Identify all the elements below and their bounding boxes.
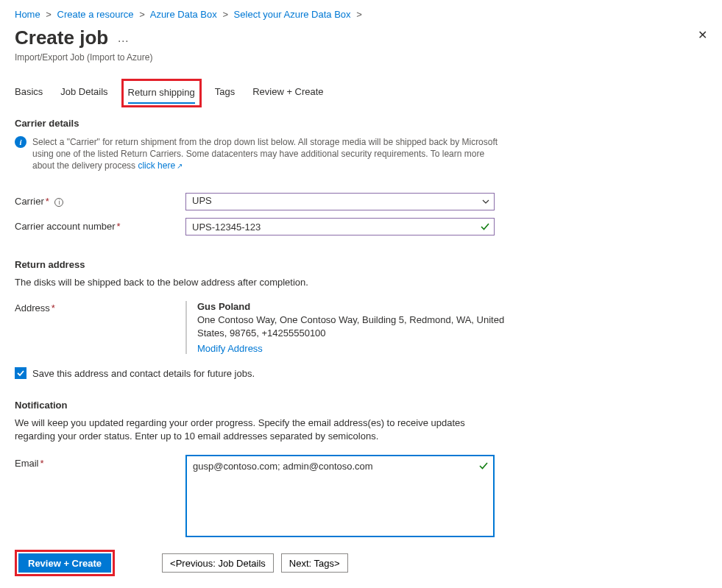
help-icon[interactable]: i [54,198,63,207]
address-name: Gus Poland [197,301,531,312]
save-address-label: Save this address and contact details fo… [32,368,255,379]
tab-review-create[interactable]: Review + Create [252,82,323,105]
external-link-icon: ↗ [177,162,183,170]
address-lines: One Contoso Way, One Contoso Way, Buildi… [197,314,531,340]
more-menu-icon[interactable]: … [117,32,129,45]
breadcrumb-azure-data-box[interactable]: Azure Data Box [150,9,217,20]
notification-heading: Notification [15,400,707,411]
breadcrumb-select-data-box[interactable]: Select your Azure Data Box [234,9,351,20]
carrier-details-heading: Carrier details [15,118,707,129]
delivery-process-link[interactable]: click here↗ [138,160,183,171]
email-textarea[interactable] [185,455,495,537]
address-label: Address* [15,301,185,354]
previous-button[interactable]: <Previous: Job Details [162,553,274,573]
highlight-review-create: Review + Create [15,550,115,576]
email-label: Email* [15,455,185,469]
return-address-heading: Return address [15,259,707,270]
modify-address-link[interactable]: Modify Address [197,343,263,354]
breadcrumb-create-resource[interactable]: Create a resource [57,9,134,20]
notification-desc: We will keep you updated regarding your … [15,417,500,443]
carrier-label: Carrier* i [15,193,185,207]
carrier-dropdown[interactable]: UPS [185,193,495,210]
close-icon[interactable]: ✕ [698,29,707,41]
tab-job-details[interactable]: Job Details [60,82,107,105]
tab-bar: Basics Job Details Return shipping Tags … [15,82,707,105]
carrier-account-input[interactable] [185,218,495,235]
info-icon: i [15,136,26,148]
carrier-info-text: Select a "Carrier" for return shipment f… [32,136,503,172]
save-address-checkbox[interactable] [15,367,26,379]
chevron-right-icon: > [356,9,362,20]
highlight-return-shipping: Return shipping [121,79,202,107]
breadcrumb-home[interactable]: Home [15,9,40,20]
chevron-right-icon: > [46,9,52,20]
chevron-right-icon: > [222,9,228,20]
carrier-account-label: Carrier account number* [15,218,185,232]
tab-return-shipping[interactable]: Return shipping [128,82,195,104]
tab-tags[interactable]: Tags [215,82,235,105]
chevron-right-icon: > [139,9,145,20]
page-subtitle: Import/Export Job (Import to Azure) [15,52,707,63]
return-address-desc: The disks will be shipped back to the be… [15,276,500,289]
next-button[interactable]: Next: Tags> [281,553,348,573]
page-title: Create job [15,26,108,49]
checkmark-icon [478,461,489,473]
tab-basics[interactable]: Basics [15,82,43,105]
footer-bar: Review + Create <Previous: Job Details N… [15,550,707,576]
review-create-button[interactable]: Review + Create [18,553,111,573]
breadcrumb: Home > Create a resource > Azure Data Bo… [15,7,707,22]
